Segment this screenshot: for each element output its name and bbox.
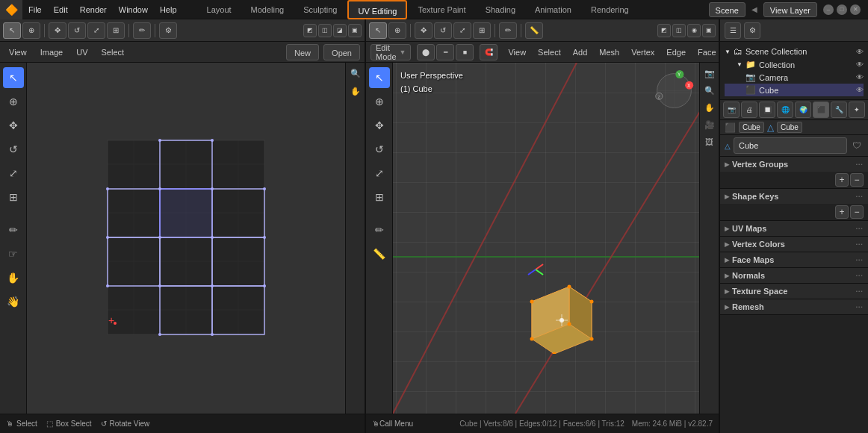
uv-tool-pinch[interactable]: ✋: [3, 267, 24, 288]
vp-zoom-in-btn[interactable]: 🔍: [702, 83, 717, 98]
uv-tool-grab[interactable]: ☞: [3, 243, 24, 264]
menu-edit[interactable]: Edit: [48, 0, 74, 19]
vp-face-mode[interactable]: ■: [456, 44, 474, 60]
collection-eye[interactable]: 👁: [856, 60, 864, 69]
vp-side-move[interactable]: ✥: [369, 115, 390, 136]
uv-tool-transform[interactable]: ⊞: [3, 187, 24, 208]
uv-open-btn[interactable]: Open: [323, 44, 360, 60]
uv-maps-header[interactable]: ▶ UV Maps ⋯: [720, 221, 868, 236]
remesh-header[interactable]: ▶ Remesh ⋯: [720, 299, 868, 314]
modifier-props-tab[interactable]: 🔧: [831, 102, 847, 118]
shape-keys-add[interactable]: +: [835, 205, 849, 219]
tab-sculpting[interactable]: Sculpting: [294, 0, 346, 19]
view-layer-props-tab[interactable]: 🔲: [759, 102, 775, 118]
scene-collection-header[interactable]: ▼ 🗂 Scene Collection 👁: [725, 45, 864, 58]
uv-zoom-in[interactable]: 🔍: [348, 66, 363, 81]
tab-texture-paint[interactable]: Texture Paint: [409, 0, 474, 19]
uv-scale-tool[interactable]: ⤢: [87, 22, 105, 39]
vp-vertex-mode[interactable]: ⬤: [417, 44, 435, 60]
uv-pan[interactable]: ✋: [348, 84, 363, 99]
menu-file[interactable]: File: [22, 0, 48, 19]
object-props-tab[interactable]: ⬛: [813, 102, 829, 118]
view-layer-name[interactable]: View Layer: [763, 2, 817, 17]
shape-keys-header[interactable]: ▶ Shape Keys ⋯: [720, 189, 868, 204]
vp-camera-lock[interactable]: 🎥: [702, 117, 717, 132]
vp-pan-btn[interactable]: ✋: [702, 100, 717, 115]
texture-space-header[interactable]: ▶ Texture Space ⋯: [720, 284, 868, 299]
uv-select-tool[interactable]: ↖: [3, 22, 21, 39]
vp-overlay[interactable]: ◉: [687, 24, 701, 37]
vp-side-rotate[interactable]: ↺: [369, 139, 390, 160]
shape-keys-remove[interactable]: −: [850, 205, 864, 219]
vp-move-tool[interactable]: ✥: [415, 22, 433, 39]
win-btn-1[interactable]: –: [823, 4, 834, 15]
vp-side-annotate[interactable]: ✏: [369, 219, 390, 240]
vp-edge-mode[interactable]: ━: [436, 44, 454, 60]
cube-obj-dropdown[interactable]: Cube: [739, 122, 764, 133]
filter-icon[interactable]: ⚙: [744, 22, 760, 39]
uv-uv-menu[interactable]: UV: [72, 43, 92, 61]
tab-shading[interactable]: Shading: [477, 0, 524, 19]
uv-annotate-tool[interactable]: ✏: [133, 22, 151, 39]
cube-eye[interactable]: 👁: [856, 86, 864, 94]
uv-tool-cursor[interactable]: ⊕: [3, 91, 24, 112]
uv-transform-tool[interactable]: ⊞: [107, 22, 125, 39]
vp-xray[interactable]: ▣: [702, 24, 716, 37]
tab-rendering[interactable]: Rendering: [582, 0, 638, 19]
vertex-groups-add[interactable]: +: [835, 173, 849, 187]
scene-props-tab[interactable]: 🌐: [777, 102, 793, 118]
vp-add-menu[interactable]: Add: [568, 43, 592, 61]
world-props-tab[interactable]: 🌍: [795, 102, 811, 118]
menu-render[interactable]: Render: [74, 0, 113, 19]
vp-transform-tool[interactable]: ⊞: [473, 22, 491, 39]
uv-settings-btn[interactable]: ⚙: [159, 22, 177, 39]
uv-tool-select[interactable]: ↖: [3, 67, 24, 88]
vp-side-measure[interactable]: 📏: [369, 243, 390, 264]
menu-help[interactable]: Help: [154, 0, 183, 19]
vp-side-transform[interactable]: ⊞: [369, 187, 390, 208]
vp-mesh-menu[interactable]: Mesh: [595, 43, 624, 61]
tab-layout[interactable]: Layout: [198, 0, 241, 19]
vp-side-cursor[interactable]: ⊕: [369, 91, 390, 112]
win-btn-3[interactable]: ✕: [850, 4, 861, 15]
vp-render-view[interactable]: 🖼: [702, 134, 717, 149]
vertex-groups-header[interactable]: ▶ Vertex Groups ⋯: [720, 157, 868, 172]
vp-measure-tool[interactable]: 📏: [525, 22, 543, 39]
uv-move-tool[interactable]: ✥: [49, 22, 66, 39]
cube-name-input[interactable]: [734, 137, 847, 154]
uv-tool-annotate[interactable]: ✏: [3, 219, 24, 240]
uv-tool-relax[interactable]: 👋: [3, 291, 24, 312]
mesh-dropdown[interactable]: Cube: [777, 122, 802, 133]
render-props-tab[interactable]: 📷: [723, 102, 740, 118]
face-maps-header[interactable]: ▶ Face Maps ⋯: [720, 252, 868, 267]
uv-cursor-tool[interactable]: ⊕: [22, 22, 40, 39]
vp-extra-2[interactable]: ◫: [672, 24, 686, 37]
camera-eye[interactable]: 👁: [856, 73, 864, 81]
vp-scale-tool[interactable]: ⤢: [453, 22, 471, 39]
vertex-groups-remove[interactable]: −: [850, 173, 864, 187]
vp-rotate-tool[interactable]: ↺: [434, 22, 452, 39]
tab-modeling[interactable]: Modeling: [242, 0, 294, 19]
uv-extra-4[interactable]: ▣: [348, 24, 362, 37]
viewport-gizmo[interactable]: X Y Z: [654, 70, 695, 111]
output-props-tab[interactable]: 🖨: [741, 102, 757, 118]
uv-select-menu[interactable]: Select: [97, 43, 129, 61]
collection-item[interactable]: ▼ 📁 Collection 👁: [725, 58, 864, 71]
vp-extra-1[interactable]: ◩: [657, 24, 671, 37]
uv-tool-scale[interactable]: ⤢: [3, 163, 24, 184]
particles-props-tab[interactable]: ✦: [849, 102, 865, 118]
uv-tool-move[interactable]: ✥: [3, 115, 24, 136]
uv-tool-rotate[interactable]: ↺: [3, 139, 24, 160]
viewport-canvas[interactable]: ↖ ⊕ ✥ ↺ ⤢ ⊞ ✏ 📏 User Perspective (1) Cub…: [366, 63, 719, 414]
tab-animation[interactable]: Animation: [526, 0, 580, 19]
vp-select-tool[interactable]: ↖: [369, 22, 387, 39]
tab-uv-editing[interactable]: UV Editing: [347, 0, 407, 19]
scene-name[interactable]: Scene: [709, 2, 745, 17]
uv-extra-2[interactable]: ◫: [318, 24, 332, 37]
outliner-icon[interactable]: ☰: [725, 22, 741, 39]
vertex-colors-header[interactable]: ▶ Vertex Colors ⋯: [720, 237, 868, 252]
vp-side-select[interactable]: ↖: [369, 67, 390, 88]
scene-collection-eye[interactable]: 👁: [856, 48, 864, 56]
vp-zoom-camera[interactable]: 📷: [702, 66, 717, 81]
win-btn-2[interactable]: □: [837, 4, 847, 15]
